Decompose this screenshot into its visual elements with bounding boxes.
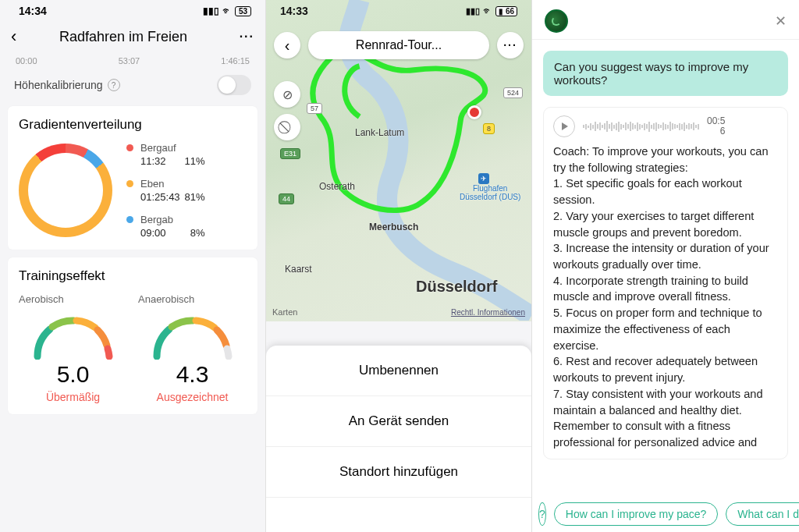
map-panel: 14:33 ▮▮▯ ᯤ ▮ 66 ‹ Rennrad-Tour... ··· ⊘… — [266, 0, 532, 532]
page-title: Radfahren im Freien — [16, 29, 239, 45]
legend-item-uphill: Bergauf 11:32 11% — [126, 142, 205, 167]
calibration-label: Höhenkalibrierung — [14, 79, 103, 91]
anaerobic-value: 4.3 — [138, 361, 247, 388]
altitude-calibration-row: Höhenkalibrierung ? — [0, 69, 265, 106]
suggestion-chip[interactable]: What can I do — [726, 502, 799, 526]
status-bar: 14:34 ▮▮▯ ᯤ 53 — [0, 0, 265, 17]
legend-pct: 8% — [180, 227, 204, 239]
coach-text: Coach: To improve your workouts, you can… — [553, 144, 778, 451]
voice-duration: 00:56 — [707, 116, 725, 137]
legend-dot-icon — [126, 216, 133, 223]
time-tick: 1:46:15 — [221, 56, 250, 66]
help-chip-icon[interactable]: ? — [538, 502, 546, 526]
gradient-legend: Bergauf 11:32 11% Eben 01:25:43 81% Berg… — [126, 142, 205, 239]
wifi-icon: ᯤ — [222, 5, 232, 16]
map-view[interactable]: 14:33 ▮▮▯ ᯤ ▮ 66 ‹ Rennrad-Tour... ··· ⊘… — [266, 0, 531, 321]
time-axis: 00:00 53:07 1:46:15 — [0, 53, 265, 69]
anaerobic-gauge — [146, 310, 240, 360]
gradient-card: Gradientenverteilung Bergauf 11:32 11% E… — [8, 106, 257, 250]
sheet-item-rename[interactable]: Umbenennen — [266, 346, 531, 396]
coach-avatar-icon — [545, 9, 568, 33]
road-badge: E31 — [280, 148, 300, 159]
anaerobic-label: Anaerobisch — [138, 293, 247, 305]
sheet-item-addlocation[interactable]: Standort hinzufügen — [266, 447, 531, 498]
legend-pct: 11% — [178, 155, 205, 167]
legend-time: 09:00 — [140, 227, 176, 239]
workout-summary-panel: 14:34 ▮▮▯ ᯤ 53 ‹ Radfahren im Freien ···… — [0, 0, 266, 532]
suggestion-chip-row: ? How can I improve my pace? What can I … — [538, 502, 799, 526]
road-badge: 44 — [279, 193, 294, 204]
road-badge: 524 — [503, 87, 523, 98]
gradient-title: Gradientenverteilung — [19, 117, 247, 133]
calibration-toggle[interactable] — [217, 75, 251, 95]
legend-label: Bergab — [140, 214, 205, 225]
map-airport-label: Flughafen Düsseldorf (DUS) — [460, 184, 520, 201]
legend-time: 11:32 — [140, 155, 173, 167]
map-legal-link[interactable]: Rechtl. Informationen — [451, 308, 525, 317]
suggestion-chip[interactable]: How can I improve my pace? — [554, 502, 719, 526]
nav-row: ‹ Radfahren im Freien ··· — [0, 17, 265, 53]
legend-dot-icon — [126, 144, 133, 151]
legend-item-flat: Eben 01:25:43 81% — [126, 178, 205, 203]
sheet-item-send[interactable]: An Gerät senden — [266, 396, 531, 447]
gradient-donut-chart — [19, 144, 112, 237]
training-effect-card: Trainingseffekt Aerobisch 5.0 Übermäßig — [8, 257, 257, 414]
aerobic-status: Übermäßig — [19, 391, 127, 403]
aerobic-value: 5.0 — [19, 361, 127, 388]
map-place-label: Düsseldorf — [416, 278, 497, 296]
play-button[interactable] — [553, 115, 575, 137]
time-tick: 53:07 — [119, 56, 140, 66]
training-effect-title: Trainingseffekt — [19, 268, 247, 284]
legend-pct: 81% — [185, 191, 205, 203]
airport-icon: ✈ — [478, 173, 489, 184]
legend-label: Bergauf — [140, 142, 205, 154]
aerobic-gauge — [27, 310, 120, 360]
battery-icon: 53 — [235, 6, 251, 16]
back-button[interactable]: ‹ — [11, 27, 16, 47]
signal-icon: ▮▮▯ — [203, 5, 219, 16]
road-badge: 8 — [483, 123, 495, 134]
user-message: Can you suggest ways to improve my worko… — [543, 51, 788, 96]
legend-item-downhill: Bergab 09:00 8% — [126, 214, 205, 239]
sheet-item-overflow[interactable] — [266, 498, 531, 532]
status-icons: ▮▮▯ ᯤ 53 — [203, 5, 251, 16]
map-provider-label: Karten — [272, 307, 297, 317]
legend-time: 01:25:43 — [140, 191, 180, 203]
map-place-label: Lank-Latum — [355, 127, 404, 138]
help-icon[interactable]: ? — [108, 79, 120, 91]
legend-dot-icon — [126, 180, 133, 187]
play-icon — [562, 122, 568, 130]
aerobic-column: Aerobisch 5.0 Übermäßig — [19, 293, 127, 403]
map-place-label: Meerbusch — [369, 222, 418, 232]
aerobic-label: Aerobisch — [19, 293, 127, 305]
voice-row: 00:56 — [553, 115, 778, 137]
anaerobic-status: Ausgezeichnet — [138, 391, 247, 403]
coach-response-card: 00:56 Coach: To improve your workouts, y… — [543, 107, 788, 459]
close-button[interactable]: ✕ — [775, 12, 787, 30]
chat-header: ✕ — [532, 0, 799, 40]
action-sheet: Umbenennen An Gerät senden Standort hinz… — [266, 346, 531, 532]
more-button[interactable]: ··· — [240, 30, 254, 44]
map-place-label: Osterath — [319, 181, 355, 192]
road-badge: 57 — [307, 103, 322, 114]
time-tick: 00:00 — [16, 56, 37, 66]
status-time: 14:34 — [19, 5, 47, 17]
legend-label: Eben — [140, 178, 205, 190]
waveform-icon — [583, 119, 699, 134]
chat-panel: ✕ Can you suggest ways to improve my wor… — [532, 0, 799, 532]
anaerobic-column: Anaerobisch 4.3 Ausgezeichnet — [138, 293, 247, 403]
map-place-label: Kaarst — [285, 264, 312, 275]
